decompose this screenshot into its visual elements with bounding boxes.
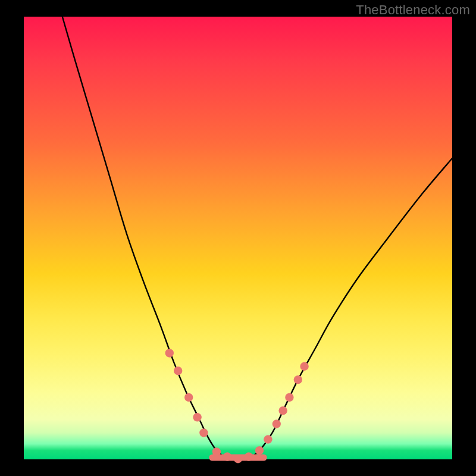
bottleneck-curve [62,17,452,459]
watermark-text: TheBottleneck.com [356,2,470,18]
highlight-dot [273,419,281,428]
highlight-dot [245,452,253,461]
highlight-dot [223,452,231,461]
highlight-dot [165,349,174,357]
highlight-dot [212,447,221,456]
highlight-dot [264,435,272,443]
plot-area [24,17,452,459]
highlight-dot [193,413,201,421]
highlight-dot [294,375,302,384]
highlight-dots [165,349,309,463]
highlight-dot [174,367,182,375]
highlight-dot [300,362,308,371]
highlight-dot [184,393,193,402]
highlight-dot [285,393,293,402]
highlight-dot [255,446,264,455]
highlight-dot [278,406,287,415]
highlight-dot [199,428,208,437]
chart-frame: TheBottleneck.com [0,0,476,476]
highlight-dot [234,455,242,463]
curve-layer [24,17,452,459]
